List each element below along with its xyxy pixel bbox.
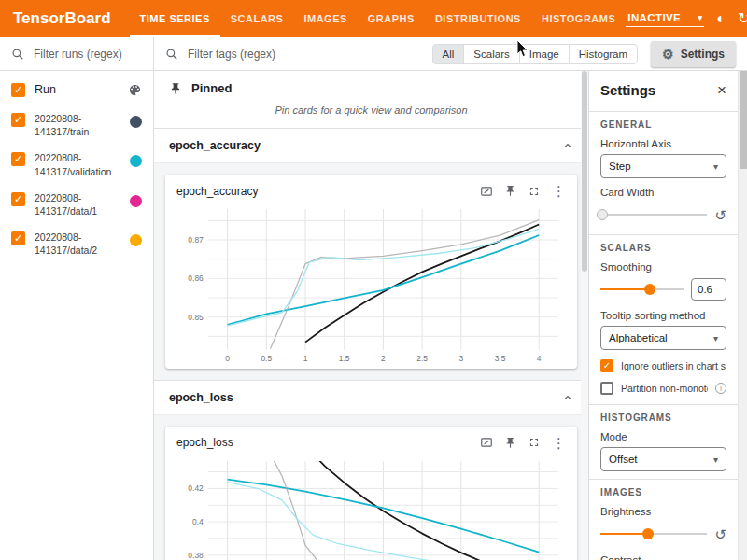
pin-card-icon[interactable] <box>504 437 516 449</box>
palette-icon[interactable] <box>128 83 142 97</box>
svg-text:1.5: 1.5 <box>339 354 350 363</box>
gear-icon: ⚙ <box>662 47 674 62</box>
run-filter-input[interactable] <box>32 47 142 62</box>
partition-x-axis-label: Partition non-monotonic X axis <box>621 383 708 394</box>
reset-icon[interactable]: ↺ <box>714 208 726 222</box>
section-header-epoch-loss[interactable]: epoch_loss <box>154 381 588 415</box>
fullscreen-icon[interactable] <box>528 185 541 198</box>
fit-chart-icon[interactable] <box>480 185 493 198</box>
svg-text:0.87: 0.87 <box>188 235 204 245</box>
run-row[interactable]: ✓ 20220808-141317/validation <box>0 145 153 184</box>
run-checkbox[interactable]: ✓ <box>11 113 25 127</box>
svg-text:2.5: 2.5 <box>416 354 428 363</box>
chevron-up-icon[interactable] <box>562 140 573 151</box>
card-header: epoch_accuracy ⋮ <box>175 182 568 202</box>
run-color-dot <box>130 116 142 128</box>
histogram-mode-label: Mode <box>600 431 726 442</box>
more-options-icon[interactable]: ⋮ <box>552 184 566 198</box>
horizontal-axis-select[interactable]: Step ▾ <box>600 154 726 178</box>
divider <box>589 111 738 112</box>
epoch-loss-chart[interactable]: 00.511.522.533.540.360.380.40.42 <box>175 454 568 560</box>
divider <box>589 479 738 480</box>
more-options-icon[interactable]: ⋮ <box>552 436 566 450</box>
tooltip-sorting-value: Alphabetical <box>609 332 668 343</box>
divider <box>589 404 738 405</box>
chevron-down-icon: ▾ <box>698 13 702 22</box>
smoothing-slider[interactable] <box>600 283 684 296</box>
search-icon <box>165 48 178 61</box>
scalar-card-epoch-loss: epoch_loss ⋮ 00.511.522.533.540.360.380.… <box>165 427 577 560</box>
run-checkbox[interactable]: ✓ <box>11 192 25 206</box>
slider-thumb[interactable] <box>642 528 654 539</box>
settings-section-scalars: SCALARS <box>600 243 726 253</box>
tab-histograms[interactable]: HISTOGRAMS <box>531 0 626 37</box>
main-and-panel: Pinned Pin cards for a quick view and co… <box>154 71 747 560</box>
epoch-accuracy-chart[interactable]: 00.511.522.533.540.850.860.87 <box>175 202 568 367</box>
settings-panel-title: Settings <box>600 82 655 98</box>
tab-label: TIME SERIES <box>140 13 210 24</box>
page-scrollbar[interactable] <box>738 71 747 560</box>
partition-x-axis-checkbox[interactable] <box>600 382 613 395</box>
app-header: TensorBoard TIME SERIES SCALARS IMAGES G… <box>0 0 747 37</box>
filter-chip-image[interactable]: Image <box>519 44 570 64</box>
slider-thumb[interactable] <box>644 284 655 295</box>
pin-card-icon[interactable] <box>504 185 516 197</box>
histogram-mode-select[interactable]: Offset ▾ <box>600 447 726 471</box>
fit-chart-icon[interactable] <box>480 436 493 449</box>
reset-icon[interactable]: ↺ <box>714 527 726 541</box>
svg-text:0.38: 0.38 <box>188 551 204 560</box>
scrollbar-thumb[interactable] <box>740 71 747 169</box>
scrollbar-thumb[interactable] <box>582 71 587 272</box>
card-actions: ⋮ <box>480 184 566 198</box>
run-checkbox[interactable]: ✓ <box>11 152 25 166</box>
settings-section-images: IMAGES <box>600 487 726 497</box>
svg-text:0.42: 0.42 <box>188 483 204 493</box>
settings-button[interactable]: ⚙ Settings <box>651 41 736 67</box>
run-row[interactable]: ✓ 20220808-141317/train <box>0 105 153 145</box>
tab-scalars[interactable]: SCALARS <box>220 0 294 37</box>
ignore-outliers-checkbox[interactable]: ✓ <box>600 359 613 372</box>
divider <box>589 234 738 235</box>
select-all-runs-checkbox[interactable]: ✓ <box>11 83 25 97</box>
run-checkbox[interactable]: ✓ <box>11 231 25 245</box>
tag-type-chip-group: All Scalars Image Histogram <box>432 44 639 64</box>
chevron-down-icon: ▾ <box>713 161 718 172</box>
tooltip-sorting-select[interactable]: Alphabetical ▾ <box>600 326 726 350</box>
tab-time-series[interactable]: TIME SERIES <box>130 0 220 37</box>
run-row[interactable]: ✓ 20220808-141317/data/1 <box>0 185 153 224</box>
run-row[interactable]: ✓ 20220808-141317/data/2 <box>0 224 153 263</box>
close-icon[interactable]: × <box>717 82 726 98</box>
slider-thumb[interactable] <box>597 209 608 220</box>
section-title: epoch_accuracy <box>169 139 261 152</box>
reload-status-dropdown[interactable]: INACTIVE ▾ <box>626 10 704 27</box>
tab-distributions[interactable]: DISTRIBUTIONS <box>425 0 531 37</box>
svg-text:0.86: 0.86 <box>188 273 204 283</box>
card-title: epoch_accuracy <box>176 185 258 198</box>
card-title: epoch_loss <box>176 436 233 449</box>
refresh-icon[interactable]: ↻ <box>738 11 747 26</box>
tag-filter-input[interactable] <box>186 47 425 62</box>
info-icon[interactable]: i <box>715 383 726 394</box>
card-width-slider[interactable] <box>600 208 707 221</box>
section-header-epoch-accuracy[interactable]: epoch_accuracy <box>154 129 588 163</box>
tab-images[interactable]: IMAGES <box>293 0 357 37</box>
tab-label: IMAGES <box>303 13 346 24</box>
chevron-up-icon[interactable] <box>562 392 573 403</box>
filter-chip-scalars[interactable]: Scalars <box>463 44 519 64</box>
filter-chip-histogram[interactable]: Histogram <box>569 44 638 64</box>
smoothing-value-input[interactable] <box>691 278 726 301</box>
chevron-down-icon: ▾ <box>713 455 718 465</box>
run-label: 20220808-141317/validation <box>35 151 120 177</box>
settings-panel: Settings × GENERAL Horizontal Axis Step … <box>588 71 738 560</box>
brightness-slider[interactable] <box>600 527 707 540</box>
run-color-dot <box>130 234 142 246</box>
run-label: 20220808-141317/data/1 <box>35 191 120 217</box>
runs-sidebar: ✓ Run ✓ 20220808-141317/train ✓ 20220808… <box>0 37 154 560</box>
scalar-card-epoch-accuracy: epoch_accuracy ⋮ 00.511.522.533.540.850.… <box>165 175 577 369</box>
fullscreen-icon[interactable] <box>528 436 541 449</box>
tab-graphs[interactable]: GRAPHS <box>358 0 425 37</box>
contrast-theme-icon[interactable]: ◐ <box>716 11 726 26</box>
main-scrollbar[interactable] <box>581 71 588 560</box>
filter-chip-all[interactable]: All <box>432 44 465 64</box>
svg-text:2: 2 <box>381 354 386 363</box>
